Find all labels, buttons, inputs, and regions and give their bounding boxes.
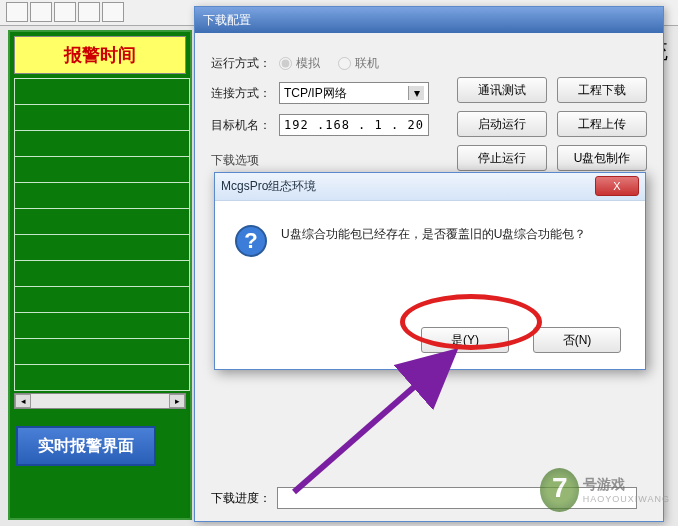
table-row: [15, 105, 190, 131]
no-button[interactable]: 否(N): [533, 327, 621, 353]
target-ip-input[interactable]: 192 .168 . 1 . 20: [279, 114, 429, 136]
project-download-button[interactable]: 工程下载: [557, 77, 647, 103]
alarm-header: 报警时间: [14, 36, 186, 74]
table-row: [15, 157, 190, 183]
table-row: [15, 209, 190, 235]
radio-online[interactable]: 联机: [338, 55, 379, 72]
watermark-text: 号游戏: [583, 476, 670, 494]
table-row: [15, 261, 190, 287]
scroll-right-icon[interactable]: ▸: [169, 394, 185, 408]
comm-test-button[interactable]: 通讯测试: [457, 77, 547, 103]
realtime-alarm-button[interactable]: 实时报警界面: [16, 426, 156, 466]
dialog-title: 下载配置: [203, 12, 251, 29]
table-row: [15, 287, 190, 313]
run-mode-label: 运行方式：: [211, 55, 273, 72]
confirm-overwrite-dialog: McgsPro组态环境 X ? U盘综合功能包已经存在，是否覆盖旧的U盘综合功能…: [214, 172, 646, 370]
watermark-logo-icon: [540, 468, 579, 512]
msgbox-title: McgsPro组态环境: [221, 178, 316, 195]
horizontal-scrollbar[interactable]: ◂ ▸: [14, 393, 186, 409]
toolbar-button[interactable]: [78, 2, 100, 22]
msgbox-text: U盘综合功能包已经存在，是否覆盖旧的U盘综合功能包？: [281, 225, 586, 243]
watermark: 号游戏 HAOYOUXIWANG: [540, 460, 670, 520]
close-icon[interactable]: X: [595, 176, 639, 196]
toolbar-button[interactable]: [54, 2, 76, 22]
alarm-panel: 报警时间 ◂ ▸ 实时报警界面: [8, 30, 192, 520]
download-options-label: 下载选项: [211, 152, 259, 169]
table-row: [15, 365, 190, 391]
table-row: [15, 131, 190, 157]
toolbar-button[interactable]: [102, 2, 124, 22]
chevron-down-icon: ▾: [408, 86, 424, 100]
toolbar-button[interactable]: [30, 2, 52, 22]
conn-mode-label: 连接方式：: [211, 85, 273, 102]
alarm-table: [14, 78, 190, 391]
conn-mode-select[interactable]: TCP/IP网络 ▾: [279, 82, 429, 104]
watermark-subtext: HAOYOUXIWANG: [583, 494, 670, 504]
project-upload-button[interactable]: 工程上传: [557, 111, 647, 137]
msgbox-title-bar[interactable]: McgsPro组态环境 X: [215, 173, 645, 201]
table-row: [15, 313, 190, 339]
usb-package-button[interactable]: U盘包制作: [557, 145, 647, 171]
start-run-button[interactable]: 启动运行: [457, 111, 547, 137]
table-row: [15, 183, 190, 209]
table-row: [15, 339, 190, 365]
dialog-title-bar[interactable]: 下载配置: [195, 7, 663, 33]
table-row: [15, 79, 190, 105]
table-row: [15, 235, 190, 261]
radio-simulation[interactable]: 模拟: [279, 55, 320, 72]
conn-mode-value: TCP/IP网络: [284, 85, 347, 102]
toolbar-button[interactable]: [6, 2, 28, 22]
stop-run-button[interactable]: 停止运行: [457, 145, 547, 171]
scroll-track[interactable]: [31, 394, 169, 408]
progress-label: 下载进度：: [211, 490, 271, 507]
target-label: 目标机名：: [211, 117, 273, 134]
scroll-left-icon[interactable]: ◂: [15, 394, 31, 408]
question-icon: ?: [235, 225, 267, 257]
yes-button[interactable]: 是(Y): [421, 327, 509, 353]
